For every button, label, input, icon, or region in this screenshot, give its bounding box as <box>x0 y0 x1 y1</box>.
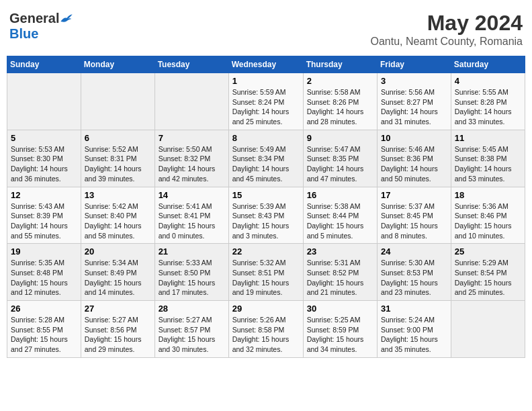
day-number: 10 <box>381 133 447 143</box>
col-saturday: Saturday <box>451 56 525 73</box>
calendar-cell <box>81 73 154 130</box>
calendar-cell: 29Sunrise: 5:26 AMSunset: 8:58 PMDayligh… <box>228 301 303 358</box>
calendar-cell <box>7 73 81 130</box>
day-info: Sunrise: 5:27 AMSunset: 8:56 PMDaylight:… <box>85 315 151 355</box>
day-number: 1 <box>232 76 300 86</box>
page-title: May 2024 <box>371 11 523 36</box>
calendar-cell <box>154 73 228 130</box>
calendar-week-row: 19Sunrise: 5:35 AMSunset: 8:48 PMDayligh… <box>7 244 525 301</box>
calendar-cell: 30Sunrise: 5:25 AMSunset: 8:59 PMDayligh… <box>303 301 377 358</box>
day-number: 24 <box>381 246 447 257</box>
day-info: Sunrise: 5:50 AMSunset: 8:32 PMDaylight:… <box>159 144 225 184</box>
day-info: Sunrise: 5:39 AMSunset: 8:43 PMDaylight:… <box>232 201 300 241</box>
day-number: 5 <box>11 133 77 143</box>
col-tuesday: Tuesday <box>154 56 228 73</box>
day-info: Sunrise: 5:56 AMSunset: 8:27 PMDaylight:… <box>381 87 447 127</box>
calendar-cell <box>451 301 525 358</box>
day-info: Sunrise: 5:59 AMSunset: 8:24 PMDaylight:… <box>232 87 300 127</box>
calendar-body: 1Sunrise: 5:59 AMSunset: 8:24 PMDaylight… <box>7 73 525 358</box>
calendar-cell: 2Sunrise: 5:58 AMSunset: 8:26 PMDaylight… <box>303 73 377 130</box>
calendar-cell: 15Sunrise: 5:39 AMSunset: 8:43 PMDayligh… <box>228 187 303 244</box>
calendar-cell: 7Sunrise: 5:50 AMSunset: 8:32 PMDaylight… <box>154 130 228 187</box>
day-number: 16 <box>307 190 373 200</box>
day-info: Sunrise: 5:46 AMSunset: 8:36 PMDaylight:… <box>381 144 447 184</box>
day-info: Sunrise: 5:29 AMSunset: 8:54 PMDaylight:… <box>455 258 521 298</box>
col-monday: Monday <box>81 56 154 73</box>
day-number: 15 <box>232 190 300 200</box>
day-info: Sunrise: 5:37 AMSunset: 8:45 PMDaylight:… <box>381 201 447 241</box>
day-info: Sunrise: 5:27 AMSunset: 8:57 PMDaylight:… <box>159 315 225 355</box>
col-sunday: Sunday <box>7 56 81 73</box>
day-info: Sunrise: 5:58 AMSunset: 8:26 PMDaylight:… <box>307 87 373 127</box>
calendar-cell: 31Sunrise: 5:24 AMSunset: 9:00 PMDayligh… <box>378 301 451 358</box>
col-wednesday: Wednesday <box>228 56 303 73</box>
calendar-cell: 28Sunrise: 5:27 AMSunset: 8:57 PMDayligh… <box>154 301 228 358</box>
day-number: 3 <box>381 76 447 86</box>
calendar-cell: 22Sunrise: 5:32 AMSunset: 8:51 PMDayligh… <box>228 244 303 301</box>
day-info: Sunrise: 5:53 AMSunset: 8:30 PMDaylight:… <box>11 144 77 184</box>
logo-general-text: General <box>9 11 59 26</box>
day-number: 9 <box>307 133 373 143</box>
day-number: 18 <box>455 190 521 200</box>
day-info: Sunrise: 5:38 AMSunset: 8:44 PMDaylight:… <box>307 201 373 241</box>
calendar-table: Sunday Monday Tuesday Wednesday Thursday… <box>7 56 525 358</box>
day-number: 23 <box>307 246 373 257</box>
day-number: 13 <box>85 190 151 200</box>
day-info: Sunrise: 5:42 AMSunset: 8:40 PMDaylight:… <box>85 201 151 241</box>
day-info: Sunrise: 5:35 AMSunset: 8:48 PMDaylight:… <box>11 258 77 298</box>
calendar-cell: 1Sunrise: 5:59 AMSunset: 8:24 PMDaylight… <box>228 73 303 130</box>
calendar-cell: 20Sunrise: 5:34 AMSunset: 8:49 PMDayligh… <box>81 244 154 301</box>
calendar-cell: 13Sunrise: 5:42 AMSunset: 8:40 PMDayligh… <box>81 187 154 244</box>
day-number: 31 <box>381 304 447 314</box>
calendar-cell: 27Sunrise: 5:27 AMSunset: 8:56 PMDayligh… <box>81 301 154 358</box>
calendar-cell: 25Sunrise: 5:29 AMSunset: 8:54 PMDayligh… <box>451 244 525 301</box>
page-subtitle: Oantu, Neamt County, Romania <box>371 36 523 48</box>
day-info: Sunrise: 5:32 AMSunset: 8:51 PMDaylight:… <box>232 258 300 298</box>
calendar-cell: 10Sunrise: 5:46 AMSunset: 8:36 PMDayligh… <box>378 130 451 187</box>
day-info: Sunrise: 5:36 AMSunset: 8:46 PMDaylight:… <box>455 201 521 241</box>
day-number: 27 <box>85 304 151 314</box>
calendar-cell: 18Sunrise: 5:36 AMSunset: 8:46 PMDayligh… <box>451 187 525 244</box>
calendar-cell: 24Sunrise: 5:30 AMSunset: 8:53 PMDayligh… <box>378 244 451 301</box>
calendar-cell: 8Sunrise: 5:49 AMSunset: 8:34 PMDaylight… <box>228 130 303 187</box>
day-info: Sunrise: 5:34 AMSunset: 8:49 PMDaylight:… <box>85 258 151 298</box>
day-number: 20 <box>85 246 151 257</box>
logo: General Blue <box>9 11 73 42</box>
day-info: Sunrise: 5:25 AMSunset: 8:59 PMDaylight:… <box>307 315 373 355</box>
calendar-cell: 14Sunrise: 5:41 AMSunset: 8:41 PMDayligh… <box>154 187 228 244</box>
day-number: 21 <box>159 246 225 257</box>
day-number: 7 <box>159 133 225 143</box>
calendar-week-row: 26Sunrise: 5:28 AMSunset: 8:55 PMDayligh… <box>7 301 525 358</box>
calendar-week-row: 1Sunrise: 5:59 AMSunset: 8:24 PMDaylight… <box>7 73 525 130</box>
calendar-header: Sunday Monday Tuesday Wednesday Thursday… <box>7 56 525 73</box>
logo-bird-icon <box>60 13 73 24</box>
day-number: 17 <box>381 190 447 200</box>
day-number: 29 <box>232 304 300 314</box>
day-number: 12 <box>11 190 77 200</box>
day-number: 8 <box>232 133 300 143</box>
calendar-cell: 12Sunrise: 5:43 AMSunset: 8:39 PMDayligh… <box>7 187 81 244</box>
day-info: Sunrise: 5:28 AMSunset: 8:55 PMDaylight:… <box>11 315 77 355</box>
day-info: Sunrise: 5:24 AMSunset: 9:00 PMDaylight:… <box>381 315 447 355</box>
day-number: 25 <box>455 246 521 257</box>
day-info: Sunrise: 5:26 AMSunset: 8:58 PMDaylight:… <box>232 315 300 355</box>
title-block: May 2024 Oantu, Neamt County, Romania <box>371 11 523 48</box>
header-row: Sunday Monday Tuesday Wednesday Thursday… <box>7 56 525 73</box>
day-info: Sunrise: 5:31 AMSunset: 8:52 PMDaylight:… <box>307 258 373 298</box>
day-number: 30 <box>307 304 373 314</box>
calendar-cell: 6Sunrise: 5:52 AMSunset: 8:31 PMDaylight… <box>81 130 154 187</box>
day-info: Sunrise: 5:33 AMSunset: 8:50 PMDaylight:… <box>159 258 225 298</box>
day-info: Sunrise: 5:30 AMSunset: 8:53 PMDaylight:… <box>381 258 447 298</box>
day-info: Sunrise: 5:49 AMSunset: 8:34 PMDaylight:… <box>232 144 300 184</box>
day-number: 19 <box>11 246 77 257</box>
day-number: 4 <box>455 76 521 86</box>
day-info: Sunrise: 5:47 AMSunset: 8:35 PMDaylight:… <box>307 144 373 184</box>
day-info: Sunrise: 5:43 AMSunset: 8:39 PMDaylight:… <box>11 201 77 241</box>
col-friday: Friday <box>378 56 451 73</box>
calendar-cell: 4Sunrise: 5:55 AMSunset: 8:28 PMDaylight… <box>451 73 525 130</box>
logo-blue-text: Blue <box>9 26 38 41</box>
day-number: 6 <box>85 133 151 143</box>
day-number: 28 <box>159 304 225 314</box>
page-header: General Blue May 2024 Oantu, Neamt Count… <box>7 7 525 52</box>
calendar-week-row: 5Sunrise: 5:53 AMSunset: 8:30 PMDaylight… <box>7 130 525 187</box>
